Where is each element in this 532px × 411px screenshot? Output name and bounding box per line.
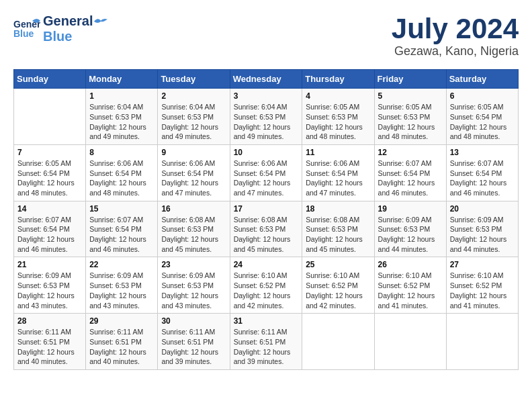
calendar-cell: 9Sunrise: 6:06 AMSunset: 6:54 PMDaylight…	[158, 144, 230, 201]
calendar-week-2: 7Sunrise: 6:05 AMSunset: 6:54 PMDaylight…	[14, 144, 519, 201]
day-info: Sunrise: 6:06 AMSunset: 6:54 PMDaylight:…	[306, 158, 370, 198]
day-number: 30	[161, 316, 226, 326]
day-number: 9	[161, 148, 226, 157]
day-info: Sunrise: 6:08 AMSunset: 6:53 PMDaylight:…	[161, 215, 226, 255]
weekday-header-saturday: Saturday	[446, 70, 518, 89]
calendar-week-1: 1Sunrise: 6:04 AMSunset: 6:53 PMDaylight…	[14, 89, 519, 145]
day-number: 6	[450, 91, 515, 101]
day-number: 7	[17, 148, 82, 157]
calendar-cell	[302, 314, 374, 370]
day-number: 24	[234, 260, 299, 269]
calendar-week-3: 14Sunrise: 6:07 AMSunset: 6:54 PMDayligh…	[14, 201, 519, 257]
day-info: Sunrise: 6:10 AMSunset: 6:52 PMDaylight:…	[450, 271, 515, 310]
calendar-cell: 19Sunrise: 6:09 AMSunset: 6:53 PMDayligh…	[374, 201, 446, 257]
calendar-cell: 30Sunrise: 6:11 AMSunset: 6:51 PMDayligh…	[158, 314, 230, 370]
day-number: 2	[161, 91, 226, 101]
day-info: Sunrise: 6:07 AMSunset: 6:54 PMDaylight:…	[378, 158, 443, 198]
day-info: Sunrise: 6:06 AMSunset: 6:54 PMDaylight:…	[161, 158, 226, 198]
day-info: Sunrise: 6:08 AMSunset: 6:53 PMDaylight:…	[306, 215, 370, 255]
calendar-cell: 5Sunrise: 6:05 AMSunset: 6:53 PMDaylight…	[374, 89, 446, 145]
day-number: 16	[161, 204, 226, 214]
calendar-cell: 6Sunrise: 6:05 AMSunset: 6:54 PMDaylight…	[446, 89, 518, 145]
calendar-cell: 12Sunrise: 6:07 AMSunset: 6:54 PMDayligh…	[374, 144, 446, 201]
calendar-cell: 20Sunrise: 6:09 AMSunset: 6:53 PMDayligh…	[446, 201, 518, 257]
calendar-table: SundayMondayTuesdayWednesdayThursdayFrid…	[13, 69, 519, 370]
day-number: 15	[89, 204, 154, 214]
calendar-cell: 11Sunrise: 6:06 AMSunset: 6:54 PMDayligh…	[302, 144, 374, 201]
day-info: Sunrise: 6:07 AMSunset: 6:54 PMDaylight:…	[17, 215, 82, 255]
day-number: 25	[306, 260, 370, 269]
calendar-cell: 21Sunrise: 6:09 AMSunset: 6:53 PMDayligh…	[14, 257, 86, 314]
day-number: 17	[234, 204, 299, 214]
calendar-cell: 22Sunrise: 6:09 AMSunset: 6:53 PMDayligh…	[86, 257, 158, 314]
svg-text:Blue: Blue	[13, 28, 34, 39]
day-info: Sunrise: 6:04 AMSunset: 6:53 PMDaylight:…	[161, 102, 226, 142]
calendar-cell	[374, 314, 446, 370]
calendar-cell: 24Sunrise: 6:10 AMSunset: 6:52 PMDayligh…	[230, 257, 302, 314]
calendar-cell: 29Sunrise: 6:11 AMSunset: 6:51 PMDayligh…	[86, 314, 158, 370]
page-header: General Blue General Blue July 2024 Geza…	[13, 13, 519, 58]
calendar-cell: 13Sunrise: 6:07 AMSunset: 6:54 PMDayligh…	[446, 144, 518, 201]
calendar-cell: 28Sunrise: 6:11 AMSunset: 6:51 PMDayligh…	[14, 314, 86, 370]
weekday-header-monday: Monday	[86, 70, 158, 89]
day-number: 1	[89, 91, 154, 101]
day-number: 14	[17, 204, 82, 214]
weekday-header-friday: Friday	[374, 70, 446, 89]
day-number: 29	[89, 316, 154, 326]
day-info: Sunrise: 6:05 AMSunset: 6:53 PMDaylight:…	[306, 102, 370, 142]
weekday-header-row: SundayMondayTuesdayWednesdayThursdayFrid…	[14, 70, 519, 89]
calendar-cell	[14, 89, 86, 145]
day-info: Sunrise: 6:07 AMSunset: 6:54 PMDaylight:…	[89, 215, 154, 255]
calendar-title: July 2024 Gezawa, Kano, Nigeria	[392, 13, 519, 58]
day-info: Sunrise: 6:06 AMSunset: 6:54 PMDaylight:…	[234, 158, 299, 198]
day-number: 5	[378, 91, 443, 101]
calendar-cell: 1Sunrise: 6:04 AMSunset: 6:53 PMDaylight…	[86, 89, 158, 145]
calendar-cell: 16Sunrise: 6:08 AMSunset: 6:53 PMDayligh…	[158, 201, 230, 257]
day-info: Sunrise: 6:07 AMSunset: 6:54 PMDaylight:…	[450, 158, 515, 198]
day-info: Sunrise: 6:09 AMSunset: 6:53 PMDaylight:…	[161, 271, 226, 310]
day-number: 18	[306, 204, 370, 214]
location-heading: Gezawa, Kano, Nigeria	[392, 44, 519, 58]
day-number: 28	[17, 316, 82, 326]
day-number: 23	[161, 260, 226, 269]
calendar-cell: 7Sunrise: 6:05 AMSunset: 6:54 PMDaylight…	[14, 144, 86, 201]
logo-text-general: General	[43, 13, 93, 29]
calendar-cell: 25Sunrise: 6:10 AMSunset: 6:52 PMDayligh…	[302, 257, 374, 314]
calendar-cell: 18Sunrise: 6:08 AMSunset: 6:53 PMDayligh…	[302, 201, 374, 257]
day-info: Sunrise: 6:09 AMSunset: 6:53 PMDaylight:…	[378, 215, 443, 255]
day-info: Sunrise: 6:10 AMSunset: 6:52 PMDaylight:…	[306, 271, 370, 310]
day-number: 11	[306, 148, 370, 157]
logo-icon: General Blue	[13, 15, 40, 42]
day-info: Sunrise: 6:09 AMSunset: 6:53 PMDaylight:…	[450, 215, 515, 255]
day-number: 22	[89, 260, 154, 269]
calendar-cell: 31Sunrise: 6:11 AMSunset: 6:51 PMDayligh…	[230, 314, 302, 370]
calendar-cell: 15Sunrise: 6:07 AMSunset: 6:54 PMDayligh…	[86, 201, 158, 257]
calendar-cell: 4Sunrise: 6:05 AMSunset: 6:53 PMDaylight…	[302, 89, 374, 145]
day-number: 27	[450, 260, 515, 269]
calendar-cell	[446, 314, 518, 370]
day-info: Sunrise: 6:08 AMSunset: 6:53 PMDaylight:…	[234, 215, 299, 255]
day-info: Sunrise: 6:04 AMSunset: 6:53 PMDaylight:…	[234, 102, 299, 142]
day-number: 12	[378, 148, 443, 157]
calendar-cell: 26Sunrise: 6:10 AMSunset: 6:52 PMDayligh…	[374, 257, 446, 314]
day-number: 21	[17, 260, 82, 269]
day-info: Sunrise: 6:05 AMSunset: 6:53 PMDaylight:…	[378, 102, 443, 142]
calendar-header: SundayMondayTuesdayWednesdayThursdayFrid…	[14, 70, 519, 89]
calendar-week-5: 28Sunrise: 6:11 AMSunset: 6:51 PMDayligh…	[14, 314, 519, 370]
calendar-week-4: 21Sunrise: 6:09 AMSunset: 6:53 PMDayligh…	[14, 257, 519, 314]
day-info: Sunrise: 6:09 AMSunset: 6:53 PMDaylight:…	[89, 271, 154, 310]
day-number: 31	[234, 316, 299, 326]
day-info: Sunrise: 6:11 AMSunset: 6:51 PMDaylight:…	[234, 327, 299, 367]
calendar-cell: 8Sunrise: 6:06 AMSunset: 6:54 PMDaylight…	[86, 144, 158, 201]
weekday-header-sunday: Sunday	[14, 70, 86, 89]
day-info: Sunrise: 6:05 AMSunset: 6:54 PMDaylight:…	[17, 158, 82, 198]
day-info: Sunrise: 6:04 AMSunset: 6:53 PMDaylight:…	[89, 102, 154, 142]
calendar-cell: 27Sunrise: 6:10 AMSunset: 6:52 PMDayligh…	[446, 257, 518, 314]
calendar-cell: 2Sunrise: 6:04 AMSunset: 6:53 PMDaylight…	[158, 89, 230, 145]
weekday-header-tuesday: Tuesday	[158, 70, 230, 89]
day-number: 26	[378, 260, 443, 269]
day-info: Sunrise: 6:09 AMSunset: 6:53 PMDaylight:…	[17, 271, 82, 310]
day-info: Sunrise: 6:06 AMSunset: 6:54 PMDaylight:…	[89, 158, 154, 198]
bird-icon	[94, 16, 107, 27]
month-year-heading: July 2024	[392, 13, 519, 44]
